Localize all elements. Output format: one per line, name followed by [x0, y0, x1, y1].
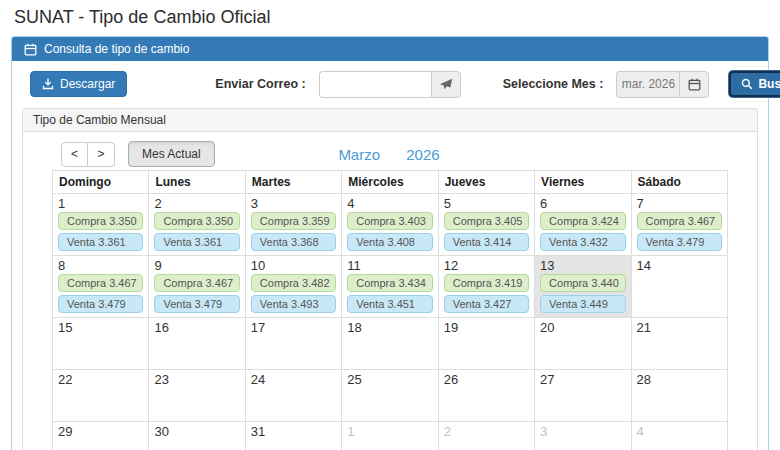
calendar-day-cell[interactable]: 22 [53, 370, 149, 422]
calendar-title-year: 2026 [406, 146, 439, 163]
search-button[interactable]: Buscar [729, 71, 780, 97]
compra-rate-badge: Compra 3.467 [58, 274, 143, 292]
calendar-day-cell[interactable]: 10Compra 3.482Venta 3.493 [245, 256, 341, 318]
calendar-day-cell[interactable]: 25 [342, 370, 438, 422]
venta-rate-badge: Venta 3.493 [251, 295, 336, 313]
calendar-day-cell[interactable]: 29 [53, 422, 149, 450]
select-month-label: Seleccione Mes : [503, 77, 604, 91]
day-number: 28 [635, 371, 724, 387]
calendar-grid-header: Domingo Lunes Martes Miércoles Jueves Vi… [53, 171, 728, 194]
calendar-day-cell[interactable]: 16 [149, 318, 245, 370]
day-number: 5 [442, 195, 531, 211]
download-button[interactable]: Descargar [30, 71, 127, 97]
email-label: Enviar Correo : [215, 77, 305, 91]
calendar-day-cell[interactable]: 1 [342, 422, 438, 450]
send-email-button[interactable] [431, 71, 461, 98]
month-input[interactable] [616, 71, 679, 98]
day-number: 8 [56, 257, 145, 273]
calendar-day-cell[interactable]: 5Compra 3.405Venta 3.414 [438, 194, 534, 256]
email-input-group [319, 71, 461, 98]
calendar-nav: < > Mes Actual Marzo 2026 [61, 141, 717, 167]
weekday-header: Lunes [149, 171, 245, 194]
calendar-day-cell[interactable]: 4 [631, 422, 727, 450]
calendar-day-cell[interactable]: 30 [149, 422, 245, 450]
compra-rate-badge: Compra 3.467 [154, 274, 239, 292]
calendar-day-cell[interactable]: 18 [342, 318, 438, 370]
calendar-day-cell[interactable]: 8Compra 3.467Venta 3.479 [53, 256, 149, 318]
day-number: 4 [635, 423, 724, 439]
compra-rate-badge: Compra 3.419 [444, 274, 529, 292]
weekday-header: Viernes [535, 171, 631, 194]
day-number: 21 [635, 319, 724, 335]
panel-body: Descargar Enviar Correo : Seleccione Mes… [12, 61, 768, 450]
weekday-header: Sábado [631, 171, 727, 194]
email-input[interactable] [319, 71, 431, 98]
current-month-button[interactable]: Mes Actual [128, 141, 215, 167]
compra-rate-badge: Compra 3.405 [444, 212, 529, 230]
next-month-button[interactable]: > [88, 142, 115, 167]
day-number: 15 [56, 319, 145, 335]
monthly-panel-body: < > Mes Actual Marzo 2026 Domingo Lunes [23, 132, 757, 450]
calendar-day-cell[interactable]: 31 [245, 422, 341, 450]
download-icon [42, 78, 54, 90]
day-number: 27 [538, 371, 627, 387]
calendar-day-cell[interactable]: 6Compra 3.424Venta 3.432 [535, 194, 631, 256]
calendar-day-cell[interactable]: 28 [631, 370, 727, 422]
venta-rate-badge: Venta 3.414 [444, 233, 529, 251]
venta-rate-badge: Venta 3.449 [540, 295, 625, 313]
calendar-day-cell[interactable]: 2 [438, 422, 534, 450]
calendar-day-cell[interactable]: 9Compra 3.467Venta 3.479 [149, 256, 245, 318]
venta-rate-badge: Venta 3.427 [444, 295, 529, 313]
compra-rate-badge: Compra 3.482 [251, 274, 336, 292]
calendar-week-row: 1Compra 3.350Venta 3.3612Compra 3.350Ven… [53, 194, 728, 256]
day-number: 17 [249, 319, 338, 335]
calendar-day-cell[interactable]: 14 [631, 256, 727, 318]
calendar-day-cell[interactable]: 7Compra 3.467Venta 3.479 [631, 194, 727, 256]
day-number: 2 [442, 423, 531, 439]
month-picker-button[interactable] [679, 71, 709, 98]
venta-rate-badge: Venta 3.408 [347, 233, 432, 251]
calendar-day-cell[interactable]: 24 [245, 370, 341, 422]
calendar-day-cell[interactable]: 4Compra 3.403Venta 3.408 [342, 194, 438, 256]
day-number: 3 [249, 195, 338, 211]
calendar-day-cell[interactable]: 20 [535, 318, 631, 370]
day-number: 9 [152, 257, 241, 273]
monthly-panel-title: Tipo de Cambio Mensual [23, 109, 757, 132]
day-number: 23 [152, 371, 241, 387]
calendar-day-cell[interactable]: 15 [53, 318, 149, 370]
calendar-day-cell[interactable]: 11Compra 3.434Venta 3.451 [342, 256, 438, 318]
day-number: 18 [345, 319, 434, 335]
venta-rate-badge: Venta 3.479 [637, 233, 722, 251]
day-number: 11 [345, 257, 434, 273]
day-number: 1 [56, 195, 145, 211]
calendar-day-cell[interactable]: 12Compra 3.419Venta 3.427 [438, 256, 534, 318]
calendar-day-cell[interactable]: 3Compra 3.359Venta 3.368 [245, 194, 341, 256]
venta-rate-badge: Venta 3.432 [540, 233, 625, 251]
search-button-label: Buscar [758, 77, 780, 91]
calendar-title-month: Marzo [338, 146, 380, 163]
prev-month-button[interactable]: < [61, 142, 88, 167]
day-number: 31 [249, 423, 338, 439]
compra-rate-badge: Compra 3.403 [347, 212, 432, 230]
calendar-day-cell[interactable]: 26 [438, 370, 534, 422]
panel-heading-label: Consulta de tipo de cambio [44, 42, 189, 56]
calendar-day-cell[interactable]: 21 [631, 318, 727, 370]
calendar-day-cell[interactable]: 2Compra 3.350Venta 3.361 [149, 194, 245, 256]
compra-rate-badge: Compra 3.350 [58, 212, 143, 230]
calendar-day-cell[interactable]: 3 [535, 422, 631, 450]
calendar-day-cell[interactable]: 23 [149, 370, 245, 422]
weekday-header-row: Domingo Lunes Martes Miércoles Jueves Vi… [53, 171, 728, 194]
day-number: 3 [538, 423, 627, 439]
venta-rate-badge: Venta 3.368 [251, 233, 336, 251]
calendar-day-cell[interactable]: 19 [438, 318, 534, 370]
day-number: 19 [442, 319, 531, 335]
day-number: 30 [152, 423, 241, 439]
calendar-day-cell[interactable]: 1Compra 3.350Venta 3.361 [53, 194, 149, 256]
compra-rate-badge: Compra 3.467 [637, 212, 722, 230]
calendar-day-cell[interactable]: 13Compra 3.440Venta 3.449 [535, 256, 631, 318]
panel-heading: Consulta de tipo de cambio [12, 37, 768, 61]
venta-rate-badge: Venta 3.479 [58, 295, 143, 313]
calendar-day-cell[interactable]: 27 [535, 370, 631, 422]
day-number: 10 [249, 257, 338, 273]
calendar-day-cell[interactable]: 17 [245, 318, 341, 370]
